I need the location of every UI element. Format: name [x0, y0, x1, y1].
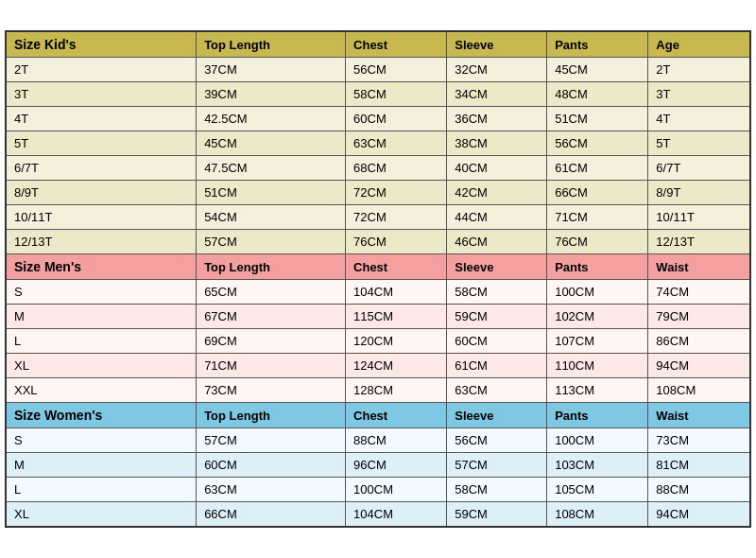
table-row: 10/11T54CM72CM44CM71CM10/11T — [6, 205, 750, 230]
measurement-value: 105CM — [547, 478, 648, 502]
measurement-value: 51CM — [547, 107, 648, 131]
size-label: M — [6, 305, 197, 329]
measurement-value: 60CM — [346, 107, 447, 131]
size-label: L — [6, 478, 197, 502]
size-label: S — [6, 428, 197, 453]
measurement-value: 57CM — [447, 453, 547, 478]
size-label: XXL — [6, 378, 197, 403]
col-header-sleeve: Sleeve — [447, 31, 547, 58]
measurement-value: 104CM — [346, 280, 447, 305]
measurement-value: 60CM — [447, 329, 547, 354]
col-header-chest: Chest — [346, 403, 447, 428]
measurement-value: 59CM — [447, 305, 547, 329]
measurement-value: 47.5CM — [197, 156, 346, 181]
measurement-value: 58CM — [447, 280, 547, 305]
measurement-value: 71CM — [547, 205, 648, 230]
measurement-value: 74CM — [648, 280, 750, 305]
section-header-kids: Size Kid's — [6, 31, 197, 58]
col-header-age: Age — [648, 31, 750, 58]
measurement-value: 2T — [648, 58, 750, 82]
table-row: S57CM88CM56CM100CM73CM — [6, 428, 750, 453]
measurement-value: 4T — [648, 107, 750, 131]
measurement-value: 88CM — [346, 428, 447, 453]
measurement-value: 102CM — [547, 305, 648, 329]
measurement-value: 54CM — [197, 205, 346, 230]
measurement-value: 110CM — [547, 354, 648, 378]
measurement-value: 5T — [648, 131, 750, 156]
size-label: 3T — [6, 82, 197, 107]
table-row: M60CM96CM57CM103CM81CM — [6, 453, 750, 478]
measurement-value: 72CM — [346, 181, 447, 205]
section-header-womens: Size Women's — [6, 403, 197, 428]
measurement-value: 81CM — [648, 453, 750, 478]
size-label: 10/11T — [6, 205, 197, 230]
table-row: 4T42.5CM60CM36CM51CM4T — [6, 107, 750, 131]
measurement-value: 86CM — [648, 329, 750, 354]
measurement-value: 38CM — [447, 131, 547, 156]
table-row: 3T39CM58CM34CM48CM3T — [6, 82, 750, 107]
measurement-value: 61CM — [447, 354, 547, 378]
col-header-top-length: Top Length — [197, 403, 346, 428]
measurement-value: 94CM — [648, 502, 750, 528]
measurement-value: 88CM — [648, 478, 750, 502]
measurement-value: 57CM — [197, 428, 346, 453]
measurement-value: 6/7T — [648, 156, 750, 181]
size-label: XL — [6, 502, 197, 528]
measurement-value: 3T — [648, 82, 750, 107]
table-row: XL71CM124CM61CM110CM94CM — [6, 354, 750, 378]
section-header-mens: Size Men's — [6, 254, 197, 280]
measurement-value: 8/9T — [648, 181, 750, 205]
measurement-value: 104CM — [346, 502, 447, 528]
measurement-value: 100CM — [346, 478, 447, 502]
measurement-value: 100CM — [547, 280, 648, 305]
size-label: 4T — [6, 107, 197, 131]
measurement-value: 72CM — [346, 205, 447, 230]
measurement-value: 57CM — [197, 230, 346, 254]
measurement-value: 32CM — [447, 58, 547, 82]
col-header-top-length: Top Length — [197, 31, 346, 58]
table-row: L69CM120CM60CM107CM86CM — [6, 329, 750, 354]
table-row: 2T37CM56CM32CM45CM2T — [6, 58, 750, 82]
measurement-value: 128CM — [346, 378, 447, 403]
table-row: L63CM100CM58CM105CM88CM — [6, 478, 750, 502]
measurement-value: 71CM — [197, 354, 346, 378]
measurement-value: 61CM — [547, 156, 648, 181]
size-label: 8/9T — [6, 181, 197, 205]
table-row: 8/9T51CM72CM42CM66CM8/9T — [6, 181, 750, 205]
col-header-sleeve: Sleeve — [447, 254, 547, 280]
measurement-value: 103CM — [547, 453, 648, 478]
measurement-value: 12/13T — [648, 230, 750, 254]
measurement-value: 44CM — [447, 205, 547, 230]
col-header-waist: Waist — [648, 254, 750, 280]
col-header-top-length: Top Length — [197, 254, 346, 280]
measurement-value: 42CM — [447, 181, 547, 205]
table-row: XXL73CM128CM63CM113CM108CM — [6, 378, 750, 403]
size-label: S — [6, 280, 197, 305]
size-label: L — [6, 329, 197, 354]
col-header-pants: Pants — [547, 254, 648, 280]
measurement-value: 65CM — [197, 280, 346, 305]
col-header-chest: Chest — [346, 31, 447, 58]
measurement-value: 34CM — [447, 82, 547, 107]
col-header-waist: Waist — [648, 403, 750, 428]
measurement-value: 76CM — [346, 230, 447, 254]
measurement-value: 10/11T — [648, 205, 750, 230]
measurement-value: 96CM — [346, 453, 447, 478]
measurement-value: 42.5CM — [197, 107, 346, 131]
measurement-value: 73CM — [648, 428, 750, 453]
col-header-pants: Pants — [547, 31, 648, 58]
measurement-value: 63CM — [197, 478, 346, 502]
measurement-value: 59CM — [447, 502, 547, 528]
measurement-value: 108CM — [648, 378, 750, 403]
measurement-value: 40CM — [447, 156, 547, 181]
measurement-value: 56CM — [547, 131, 648, 156]
measurement-value: 63CM — [447, 378, 547, 403]
measurement-value: 56CM — [346, 58, 447, 82]
measurement-value: 63CM — [346, 131, 447, 156]
measurement-value: 76CM — [547, 230, 648, 254]
size-label: 5T — [6, 131, 197, 156]
table-row: 5T45CM63CM38CM56CM5T — [6, 131, 750, 156]
table-row: M67CM115CM59CM102CM79CM — [6, 305, 750, 329]
measurement-value: 68CM — [346, 156, 447, 181]
table-row: 12/13T57CM76CM46CM76CM12/13T — [6, 230, 750, 254]
